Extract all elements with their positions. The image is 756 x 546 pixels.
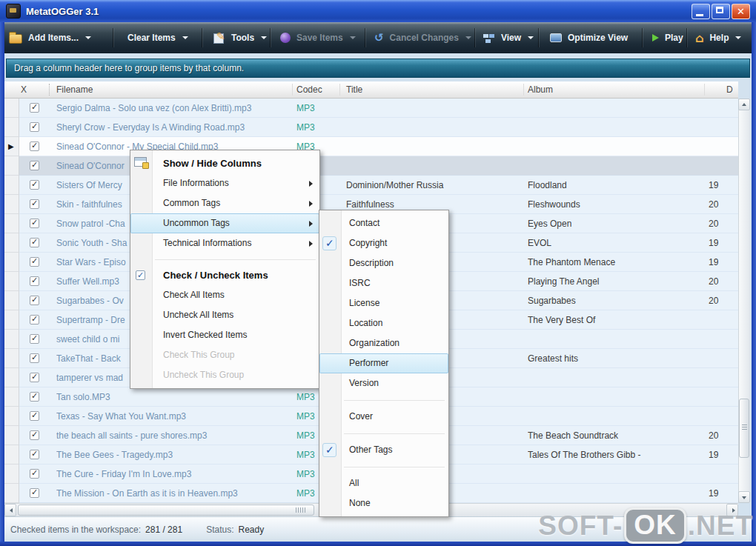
row-selector-gutter[interactable] [4, 99, 19, 118]
row-selector-gutter[interactable] [4, 253, 19, 272]
menu-item-check-all-items[interactable]: Check All Items [130, 285, 319, 305]
row-checkbox[interactable] [30, 430, 39, 440]
row-selector-gutter[interactable] [4, 233, 19, 253]
vertical-scroll-thumb[interactable] [739, 399, 749, 458]
row-checkbox[interactable] [30, 296, 39, 305]
row-checkbox[interactable] [30, 199, 39, 209]
menu-item-other-tags[interactable]: Other Tags [319, 440, 448, 460]
chevron-down-icon[interactable] [735, 36, 741, 39]
menu-item-all[interactable]: All [319, 473, 448, 493]
row-checkbox[interactable] [30, 450, 39, 459]
row-selector-gutter[interactable] [4, 349, 19, 368]
row-checkbox[interactable] [30, 257, 39, 267]
vertical-scrollbar[interactable] [738, 99, 750, 503]
column-header-filename[interactable]: Filename [56, 81, 93, 99]
row-checkbox[interactable] [30, 411, 39, 421]
menu-item-check-uncheck-items[interactable]: Check / Uncheck Items [130, 265, 319, 285]
row-checkbox[interactable] [30, 161, 39, 170]
toolbar-button-optimize-view[interactable]: Optimize View [550, 22, 631, 53]
group-by-bar[interactable]: Drag a column header here to group items… [6, 59, 750, 78]
toolbar-button-tools[interactable]: Tools [213, 22, 267, 53]
row-selector-gutter[interactable] [4, 156, 19, 176]
menu-item-performer[interactable]: Performer [319, 353, 448, 373]
row-selector-gutter[interactable] [4, 176, 19, 195]
menu-item-version[interactable]: Version [319, 373, 448, 393]
table-row[interactable]: Sisters Of MercyDominion/Mother RussiaFl… [4, 176, 738, 195]
column-header-title[interactable]: Title [346, 81, 362, 99]
toolbar-button-help[interactable]: Help [695, 22, 741, 53]
menu-item-none[interactable]: None [319, 493, 448, 513]
menu-item-location[interactable]: Location [319, 313, 448, 333]
row-selector-gutter[interactable] [4, 407, 19, 426]
row-selector-gutter[interactable] [4, 118, 19, 137]
toolbar-button-clear-items[interactable]: Clear Items [125, 22, 188, 53]
menu-item-invert-checked-items[interactable]: Invert Checked Items [130, 325, 319, 345]
scroll-left-icon[interactable] [4, 504, 16, 516]
chevron-down-icon[interactable] [182, 36, 188, 39]
column-header-x[interactable]: X [21, 81, 27, 99]
menu-item-file-informations[interactable]: File Informations [130, 173, 319, 193]
column-header-d[interactable]: D [726, 81, 733, 99]
chevron-down-icon[interactable] [85, 36, 91, 39]
watermark-suffix: .NET [688, 510, 753, 542]
table-row[interactable]: ▶Sinead O'Connor - My Special Child.mp3M… [4, 137, 738, 156]
toolbar-button-play[interactable]: Play [652, 22, 686, 53]
scroll-down-icon[interactable] [738, 491, 750, 503]
row-checkbox[interactable] [30, 469, 39, 479]
horizontal-scroll-thumb[interactable] [18, 505, 314, 516]
row-checkbox[interactable] [30, 392, 39, 402]
column-header-codec[interactable]: Codec [296, 81, 322, 99]
row-checkbox[interactable] [30, 142, 39, 151]
row-checkbox[interactable] [30, 276, 39, 286]
menu-item-technical-informations[interactable]: Technical Informations [130, 233, 319, 253]
table-row[interactable]: Sheryl Crow - Everyday Is A Winding Road… [4, 118, 738, 137]
chevron-down-icon[interactable] [261, 36, 267, 39]
row-checkbox[interactable] [30, 238, 39, 247]
row-checkbox[interactable] [30, 122, 39, 132]
row-selector-gutter[interactable] [4, 195, 19, 214]
scroll-up-icon[interactable] [738, 99, 750, 110]
row-selector-gutter[interactable] [4, 426, 19, 445]
menu-item-show-hide-columns[interactable]: Show / Hide Columns [130, 153, 319, 173]
table-row[interactable]: Sergio Dalma - Solo una vez (con Alex Br… [4, 99, 738, 118]
row-checkbox[interactable] [30, 353, 39, 363]
menu-item-license[interactable]: License [319, 293, 448, 313]
menu-item-organization[interactable]: Organization [319, 333, 448, 353]
row-selector-gutter[interactable] [4, 445, 19, 465]
chevron-down-icon[interactable] [528, 36, 534, 39]
row-selector-gutter[interactable] [4, 310, 19, 330]
row-checkbox[interactable] [30, 180, 39, 190]
menu-item-common-tags[interactable]: Common Tags [130, 193, 319, 213]
minimize-button[interactable] [692, 4, 710, 19]
row-selector-gutter[interactable] [4, 368, 19, 387]
menu-item-description[interactable]: Description [319, 253, 448, 273]
row-selector-gutter[interactable] [4, 484, 19, 503]
row-selector-gutter[interactable] [4, 214, 19, 233]
row-checkbox[interactable] [30, 315, 39, 324]
table-row[interactable]: Sinead O'Connor [4, 156, 738, 176]
row-selector-gutter[interactable] [4, 272, 19, 291]
row-checkbox[interactable] [30, 373, 39, 382]
menu-item-contact[interactable]: Contact [319, 213, 448, 233]
row-checkbox[interactable] [30, 488, 39, 498]
row-checkbox[interactable] [30, 219, 39, 228]
column-header-album[interactable]: Album [528, 81, 553, 99]
toolbar-button-view[interactable]: View [483, 22, 534, 53]
row-selector-gutter[interactable] [4, 330, 19, 349]
menu-item-isrc[interactable]: ISRC [319, 273, 448, 293]
menu-item-copyright[interactable]: Copyright [319, 233, 448, 253]
row-checkbox[interactable] [30, 334, 39, 344]
album-cell [528, 407, 703, 426]
menu-item-uncommon-tags[interactable]: Uncommon Tags [130, 213, 319, 233]
date-cell: 20 [709, 214, 737, 233]
row-selector-gutter[interactable] [4, 387, 19, 407]
row-checkbox[interactable] [30, 103, 39, 113]
menu-item-cover[interactable]: Cover [319, 407, 448, 427]
row-selector-gutter[interactable]: ▶ [4, 137, 19, 156]
menu-item-uncheck-all-items[interactable]: Uncheck All Items [130, 305, 319, 325]
row-selector-gutter[interactable] [4, 291, 19, 310]
row-selector-gutter[interactable] [4, 465, 19, 484]
maximize-button[interactable] [712, 4, 730, 19]
toolbar-button-add-items[interactable]: Add Items... [9, 22, 91, 53]
close-button[interactable] [732, 4, 750, 19]
